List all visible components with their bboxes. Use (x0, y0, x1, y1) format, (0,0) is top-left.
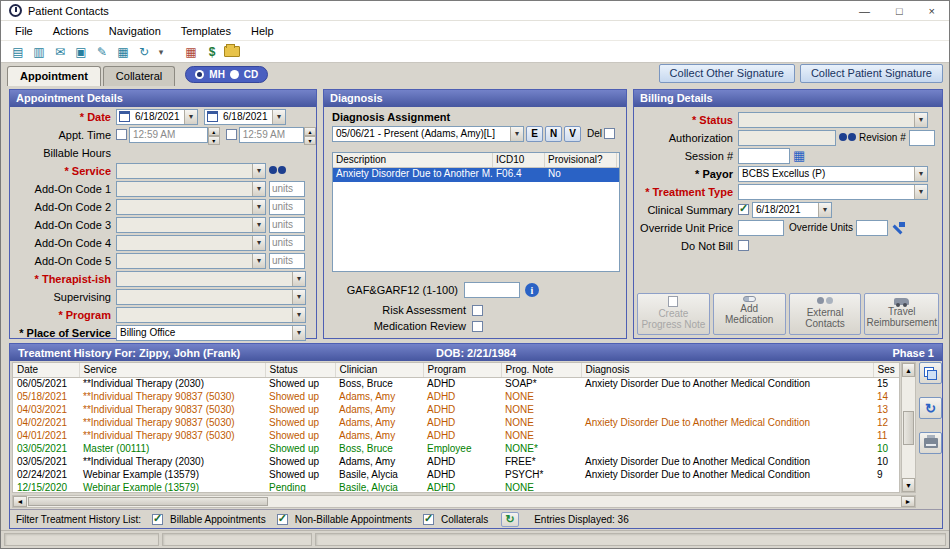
status-select[interactable] (738, 112, 928, 128)
diagnosis-row-selected[interactable]: Anxiety Disorder Due to Another M... F06… (333, 168, 619, 182)
start-time-checkbox[interactable] (116, 129, 127, 140)
print-history-button[interactable] (919, 432, 942, 454)
col-service[interactable]: Service (79, 363, 265, 377)
menu-file[interactable]: File (5, 23, 43, 39)
end-date-picker[interactable]: 6/18/2021 (204, 109, 286, 125)
program-select[interactable] (116, 307, 306, 323)
session-input[interactable] (738, 148, 790, 164)
addon4-units-input[interactable] (269, 235, 305, 251)
external-contacts-button[interactable]: External Contacts (789, 293, 862, 335)
col-status[interactable]: Status (265, 363, 335, 377)
authorization-input[interactable] (738, 130, 836, 146)
start-date-picker[interactable]: 6/18/2021 (116, 109, 198, 125)
override-units-input[interactable] (856, 220, 888, 236)
addon2-units-input[interactable] (269, 199, 305, 215)
menu-help[interactable]: Help (241, 23, 284, 39)
table-row[interactable]: 12/15/2020Webinar Example (13579)Pending… (13, 481, 899, 493)
table-row[interactable]: 06/05/2021**Individual Therapy (2030)Sho… (13, 377, 899, 390)
table-row[interactable]: 02/24/2021Webinar Example (13579)Showed … (13, 468, 899, 481)
override-tool-icon[interactable] (891, 221, 906, 235)
create-progress-note-button[interactable]: Create Progress Note (637, 293, 710, 335)
risk-assessment-checkbox[interactable] (472, 305, 483, 316)
place-of-service-select[interactable]: Billing Office (116, 325, 306, 341)
close-button[interactable]: × (929, 5, 935, 17)
folder-icon[interactable] (224, 46, 240, 57)
diagnosis-view-button[interactable]: V (564, 126, 581, 142)
table-row[interactable]: 05/18/2021**Individual Therapy 90837 (50… (13, 390, 899, 403)
clinical-summary-checkbox[interactable] (738, 204, 749, 215)
treatment-type-select[interactable] (738, 184, 928, 200)
col-date[interactable]: Date (13, 363, 79, 377)
addon1-select[interactable] (116, 181, 266, 197)
end-time-spinner[interactable] (304, 127, 316, 143)
horizontal-scrollbar[interactable]: ◄ ► (12, 495, 916, 508)
email-icon[interactable] (51, 43, 69, 61)
addon3-units-input[interactable] (269, 217, 305, 233)
dollar-icon[interactable] (203, 43, 221, 61)
refresh-history-button[interactable] (919, 397, 942, 419)
info-icon[interactable] (525, 283, 539, 297)
authorization-search-icon[interactable] (839, 133, 856, 142)
col-program[interactable]: Program (423, 363, 501, 377)
table-row[interactable]: 04/03/2021**Individual Therapy 90837 (50… (13, 403, 899, 416)
dropdown-caret-icon[interactable] (156, 43, 166, 61)
diagnosis-assignment-select[interactable]: 05/06/21 - Present (Adams, Amy)[L] (332, 126, 524, 142)
table-row[interactable]: 04/02/2021**Individual Therapy 90837 (50… (13, 416, 899, 429)
travel-reimbursement-button[interactable]: Travel Reimbursement (864, 293, 939, 335)
addon5-units-input[interactable] (269, 253, 305, 269)
medication-review-checkbox[interactable] (472, 321, 483, 332)
col-ses[interactable]: Ses (873, 363, 899, 377)
diagnosis-new-button[interactable]: N (545, 126, 562, 142)
reports-button[interactable] (919, 362, 942, 384)
addon2-select[interactable] (116, 199, 266, 215)
billable-appointments-checkbox[interactable] (152, 514, 163, 525)
forms-icon[interactable] (114, 43, 132, 61)
refresh-icon[interactable] (135, 43, 153, 61)
col-prog-note[interactable]: Prog. Note (501, 363, 581, 377)
non-billable-appointments-checkbox[interactable] (277, 514, 288, 525)
col-clinician[interactable]: Clinician (335, 363, 423, 377)
addon5-select[interactable] (116, 253, 266, 269)
scroll-right-icon[interactable]: ► (901, 496, 915, 507)
session-calc-icon[interactable] (793, 149, 808, 163)
tab-appointment[interactable]: Appointment (7, 66, 101, 86)
table-row[interactable]: 03/05/2021**Individual Therapy (2030)Sho… (13, 455, 899, 468)
do-not-bill-checkbox[interactable] (738, 240, 749, 251)
payor-select[interactable]: BCBS Excellus (P) (738, 166, 928, 182)
start-time-spinner[interactable] (208, 127, 220, 143)
end-time-field[interactable]: 12:59 AM (239, 127, 304, 143)
supervising-select[interactable] (116, 289, 306, 305)
vertical-scrollbar[interactable]: ▲ ▼ (901, 362, 916, 493)
scrollbar-thumb[interactable] (28, 497, 268, 506)
scroll-down-icon[interactable]: ▼ (902, 478, 915, 492)
diagnosis-del-checkbox[interactable] (604, 128, 615, 139)
revision-input[interactable] (909, 130, 935, 146)
addon1-units-input[interactable] (269, 181, 305, 197)
end-time-checkbox[interactable] (226, 129, 237, 140)
addon4-select[interactable] (116, 235, 266, 251)
override-unit-price-input[interactable] (738, 220, 784, 236)
copy-icon[interactable] (72, 43, 90, 61)
diagnosis-edit-button[interactable]: E (526, 126, 543, 142)
table-row[interactable]: 03/05/2021Master (00111)Showed upBoss, B… (13, 442, 899, 455)
service-search-icon[interactable] (269, 166, 286, 175)
mh-radio[interactable] (195, 70, 204, 79)
service-select[interactable] (116, 163, 266, 179)
add-medication-button[interactable]: Add Medication (713, 293, 786, 335)
addon3-select[interactable] (116, 217, 266, 233)
cd-radio[interactable] (230, 70, 239, 79)
menu-actions[interactable]: Actions (43, 23, 99, 39)
edit-icon[interactable] (93, 43, 111, 61)
gaf-input[interactable] (464, 282, 520, 298)
maximize-button[interactable]: □ (896, 5, 903, 17)
scrollbar-thumb[interactable] (903, 411, 914, 445)
menu-navigation[interactable]: Navigation (99, 23, 171, 39)
clinical-summary-date-select[interactable]: 6/18/2021 (752, 202, 832, 218)
new-document-icon[interactable] (9, 43, 27, 61)
col-diagnosis[interactable]: Diagnosis (581, 363, 873, 377)
therapist-select[interactable] (116, 271, 306, 287)
scroll-up-icon[interactable]: ▲ (902, 363, 915, 377)
start-time-field[interactable]: 12:59 AM (129, 127, 208, 143)
tab-collateral[interactable]: Collateral (103, 66, 175, 86)
minimize-button[interactable]: — (859, 5, 870, 17)
